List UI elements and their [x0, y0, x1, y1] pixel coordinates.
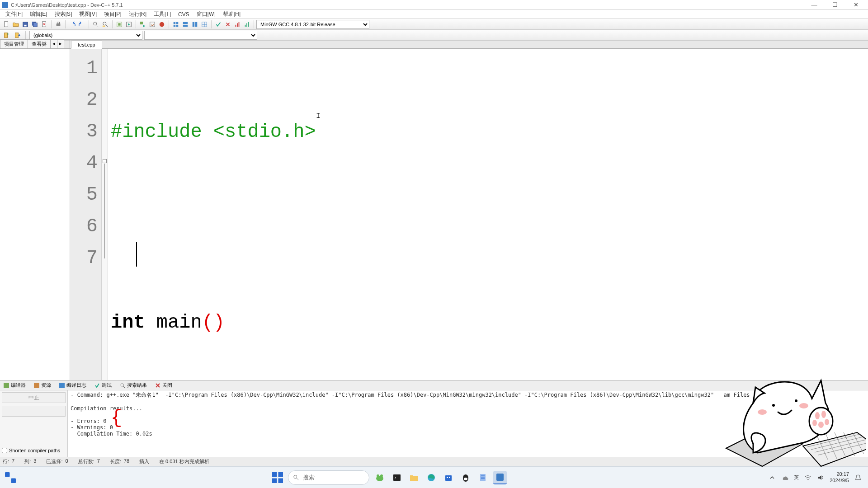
scope-select[interactable]: (globals)	[29, 31, 142, 40]
menu-cvs[interactable]: CVS	[175, 10, 193, 19]
menu-run[interactable]: 运行[R]	[125, 9, 150, 19]
tab-compile-log[interactable]: 编译日志	[57, 381, 88, 389]
tray-clock[interactable]: 20:17 2024/9/5	[830, 471, 849, 483]
menu-help[interactable]: 帮助[H]	[219, 9, 244, 19]
tray-date: 2024/9/5	[830, 478, 849, 483]
code-area[interactable]: #include <stdio.h> int main() { printf("…	[108, 49, 868, 380]
svg-rect-18	[176, 22, 178, 23]
close-button[interactable]: ✕	[845, 0, 866, 9]
fold-toggle-icon[interactable]: −	[103, 159, 107, 163]
menu-file[interactable]: 文件[F]	[2, 9, 26, 19]
window-title: C:\Users\Games\Desktop\test.cpp - Dev-C+…	[11, 2, 804, 8]
save-all-icon[interactable]	[30, 20, 39, 29]
replace-icon[interactable]	[101, 20, 110, 29]
open-file-icon[interactable]	[11, 20, 20, 29]
tab-project-manager[interactable]: 项目管理	[0, 39, 28, 48]
windows-taskbar[interactable]: 搜索 英 20:17 2024/9/5	[0, 466, 868, 488]
debug-check-icon[interactable]	[214, 20, 223, 29]
svg-rect-19	[174, 24, 175, 26]
maximize-button[interactable]: ☐	[825, 0, 845, 9]
menu-tools[interactable]: 工具[T]	[150, 9, 175, 19]
tray-notifications-icon[interactable]	[854, 474, 862, 481]
tray-wifi-icon[interactable]	[804, 474, 811, 481]
redo-icon[interactable]	[77, 20, 86, 29]
abort-button[interactable]: 中止	[2, 392, 66, 403]
svg-rect-17	[174, 22, 175, 23]
taskbar-app-edge-icon[interactable]	[425, 471, 438, 484]
print-icon[interactable]	[54, 20, 63, 29]
svg-rect-34	[4, 383, 9, 388]
taskbar-app-frog-icon[interactable]	[373, 471, 387, 484]
menu-search[interactable]: 搜索[S]	[51, 9, 76, 19]
line-number: 5	[70, 179, 98, 211]
token-brace: {	[111, 407, 122, 429]
code-editor[interactable]: 1 2 3 4 5 6 7 − #include <stdio.h> int m…	[70, 49, 868, 380]
svg-rect-40	[272, 472, 277, 477]
grid3-icon[interactable]	[190, 20, 199, 29]
app-icon	[2, 2, 8, 8]
minimize-button[interactable]: —	[804, 0, 825, 9]
bookmark-goto-icon[interactable]	[13, 31, 22, 40]
secondary-toolbar: (globals)	[0, 30, 868, 41]
tray-volume-icon[interactable]	[817, 474, 824, 481]
file-tab-test-cpp[interactable]: test.cpp	[71, 41, 102, 49]
tab-compiler[interactable]: 编译器	[2, 381, 28, 389]
taskbar-search[interactable]: 搜索	[288, 470, 369, 485]
undo-icon[interactable]	[68, 20, 77, 29]
status-total-lines: 总行数:7	[78, 458, 100, 465]
svg-rect-30	[246, 23, 247, 27]
taskbar-app-qq-icon[interactable]	[459, 471, 472, 484]
svg-point-8	[94, 22, 97, 25]
compile-run-icon[interactable]	[138, 20, 147, 29]
menu-project[interactable]: 项目[P]	[100, 9, 125, 19]
shorten-paths-input[interactable]	[2, 448, 7, 453]
fold-gutter[interactable]: −	[102, 49, 108, 380]
grid2-icon[interactable]	[181, 20, 190, 29]
compiler-select[interactable]: MinGW GCC 4.8.1 32-bit Release	[256, 20, 369, 29]
token-keyword: int	[111, 312, 145, 333]
taskbar-app-devcpp-icon[interactable]	[493, 471, 507, 484]
stop-icon[interactable]	[157, 20, 166, 29]
run-icon[interactable]	[124, 20, 133, 29]
taskbar-app-store-icon[interactable]	[442, 471, 455, 484]
close-file-icon[interactable]	[40, 20, 49, 29]
find-icon[interactable]	[91, 20, 100, 29]
taskbar-app-terminal-icon[interactable]	[390, 471, 404, 484]
debug-x-icon[interactable]	[223, 20, 232, 29]
shorten-paths-checkbox[interactable]: Shorten compiler paths	[2, 448, 66, 455]
line-number: 1	[70, 52, 98, 84]
tray-ime[interactable]: 英	[794, 474, 799, 481]
tray-onedrive-icon[interactable]	[781, 474, 788, 481]
taskbar-app-notepad-icon[interactable]	[476, 471, 490, 484]
taskbar-app-explorer-icon[interactable]	[407, 471, 421, 484]
profile-icon[interactable]	[233, 20, 242, 29]
tray-time: 20:17	[830, 471, 849, 477]
titlebar: C:\Users\Games\Desktop\test.cpp - Dev-C+…	[0, 0, 868, 10]
svg-rect-6	[57, 23, 61, 26]
main-area: 1 2 3 4 5 6 7 − #include <stdio.h> int m…	[0, 49, 868, 380]
compile-icon[interactable]	[115, 20, 124, 29]
grid1-icon[interactable]	[171, 20, 180, 29]
project-panel[interactable]	[0, 49, 70, 380]
menu-view[interactable]: 视图[V]	[75, 9, 100, 19]
tab-class-view[interactable]: 查看类	[28, 39, 51, 48]
svg-rect-12	[118, 23, 120, 25]
new-file-icon[interactable]	[2, 20, 11, 29]
tray-chevron-icon[interactable]	[769, 474, 776, 481]
tab-nav-right[interactable]: ▸	[57, 39, 64, 48]
bookmark-add-icon[interactable]	[2, 31, 11, 40]
rebuild-icon[interactable]	[148, 20, 157, 29]
svg-rect-35	[34, 383, 39, 388]
menubar: 文件[F] 编辑[E] 搜索[S] 视图[V] 项目[P] 运行[R] 工具[T…	[0, 10, 868, 19]
svg-rect-51	[447, 477, 448, 478]
grid4-icon[interactable]	[200, 20, 209, 29]
start-icon[interactable]	[271, 471, 284, 484]
tab-resources[interactable]: 资源	[32, 381, 53, 389]
tab-nav-left[interactable]: ◂	[50, 39, 57, 48]
profile2-icon[interactable]	[242, 20, 251, 29]
svg-rect-52	[449, 477, 450, 478]
member-select[interactable]	[144, 31, 257, 40]
save-icon[interactable]	[21, 20, 30, 29]
menu-window[interactable]: 窗口[W]	[193, 9, 219, 19]
menu-edit[interactable]: 编辑[E]	[26, 9, 51, 19]
